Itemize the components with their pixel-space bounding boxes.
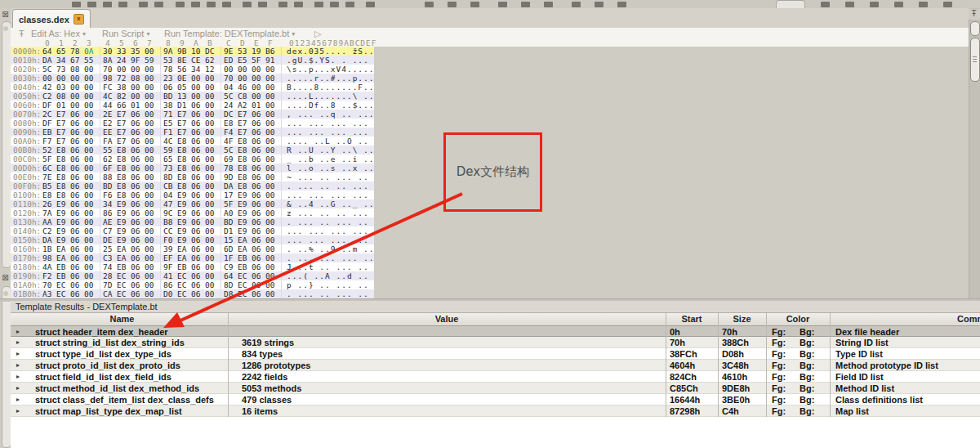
- hex-byte[interactable]: A2: [238, 101, 252, 110]
- hex-byte[interactable]: 9F: [163, 262, 177, 271]
- hex-ascii[interactable]: p ..} .. ... ..: [287, 280, 369, 289]
- hex-ascii[interactable]: \s..p...xV4.....: [287, 65, 374, 74]
- column-header-value[interactable]: Value: [228, 313, 666, 325]
- hex-ascii[interactable]: . ... .. ... ..: [287, 289, 369, 298]
- hex-byte[interactable]: F0: [163, 235, 177, 244]
- hex-byte[interactable]: 5C: [42, 65, 56, 74]
- hex-byte[interactable]: 06: [252, 199, 265, 208]
- hex-byte[interactable]: C9: [224, 262, 238, 271]
- hex-byte[interactable]: 00: [205, 92, 219, 101]
- hex-byte[interactable]: 00: [265, 271, 279, 280]
- hex-byte[interactable]: 70: [224, 74, 238, 83]
- hex-row[interactable]: 00C0h:5FE8060062E8060065E8060069E80600_ …: [11, 155, 374, 164]
- hex-byte[interactable]: 00: [265, 146, 279, 155]
- hex-byte[interactable]: 59: [163, 146, 177, 155]
- hex-byte[interactable]: 7D: [103, 280, 117, 289]
- hex-byte[interactable]: 59: [145, 56, 158, 65]
- hex-byte[interactable]: 00: [84, 280, 98, 289]
- hex-byte[interactable]: 00: [145, 119, 158, 128]
- hex-byte[interactable]: C2: [42, 226, 56, 235]
- hex-byte[interactable]: 38: [117, 83, 131, 92]
- column-header-start[interactable]: Start: [666, 313, 718, 325]
- hex-byte[interactable]: E8: [42, 190, 56, 199]
- collapse-panel-icon[interactable]: ⊠: [1, 10, 10, 19]
- hex-byte[interactable]: 4F: [224, 137, 238, 146]
- hex-byte[interactable]: 5F: [224, 199, 238, 208]
- hex-byte[interactable]: 00: [265, 244, 279, 253]
- hex-byte[interactable]: D8: [224, 289, 238, 298]
- hex-byte[interactable]: 86: [163, 280, 177, 289]
- hex-byte[interactable]: 00: [145, 244, 158, 253]
- hex-byte[interactable]: 06: [70, 253, 84, 262]
- hex-byte[interactable]: 00: [252, 74, 265, 83]
- hex-byte[interactable]: F1: [163, 128, 177, 137]
- hex-byte[interactable]: 00: [84, 164, 98, 172]
- hex-byte[interactable]: E7: [238, 110, 252, 119]
- hex-byte[interactable]: 05: [177, 83, 191, 92]
- hex-byte[interactable]: 00: [145, 235, 158, 244]
- hex-byte[interactable]: 00: [265, 74, 279, 83]
- hex-byte[interactable]: 06: [191, 244, 205, 253]
- hex-byte[interactable]: 06: [70, 172, 84, 181]
- hex-byte[interactable]: 00: [205, 226, 219, 235]
- hex-byte[interactable]: 00: [205, 190, 219, 199]
- hex-byte[interactable]: E7: [56, 110, 70, 119]
- hex-byte[interactable]: 6D: [224, 244, 238, 253]
- hex-byte[interactable]: 00: [205, 155, 219, 164]
- hex-byte[interactable]: EA: [238, 235, 252, 244]
- hex-byte[interactable]: EB: [117, 262, 131, 271]
- hex-row[interactable]: 0130h:AAE90600AEE90600B8E90600BDE90600. …: [11, 217, 374, 226]
- hex-byte[interactable]: 06: [191, 280, 205, 289]
- hex-byte[interactable]: EC: [117, 280, 131, 289]
- hex-byte[interactable]: 06: [131, 280, 145, 289]
- hex-byte[interactable]: 00: [145, 83, 158, 92]
- hex-ascii[interactable]: ... ... ... ...: [287, 119, 369, 128]
- hex-byte[interactable]: 70: [103, 65, 117, 74]
- hex-ascii[interactable]: J ..t .. ... ..: [287, 262, 369, 271]
- hex-byte[interactable]: E2: [103, 119, 117, 128]
- expand-arrow-icon[interactable]: ▸: [16, 326, 20, 338]
- column-header-comment[interactable]: Comment: [957, 313, 980, 325]
- hex-byte[interactable]: 06: [70, 119, 84, 128]
- hex-byte[interactable]: 00: [205, 119, 219, 128]
- template-row[interactable]: ▸struct method_id_list dex_method_ids505…: [11, 383, 980, 394]
- hex-byte[interactable]: 73: [163, 164, 177, 172]
- hex-ascii[interactable]: . ... .. .. ...: [287, 181, 369, 190]
- hex-ascii[interactable]: ....Df..8 ..$...: [287, 101, 374, 110]
- hex-editor-panel[interactable]: 0000h:6465780A303335009A9B10DC9E5319B6de…: [11, 47, 374, 298]
- hex-byte[interactable]: 06: [131, 262, 145, 271]
- hex-byte[interactable]: 62: [103, 155, 117, 164]
- hex-byte[interactable]: 00: [205, 208, 219, 217]
- hex-byte[interactable]: BD: [224, 217, 238, 226]
- hex-byte[interactable]: 04: [163, 190, 177, 199]
- hex-byte[interactable]: E5: [163, 119, 177, 128]
- hex-byte[interactable]: 5F: [42, 155, 56, 164]
- hex-byte[interactable]: 06: [252, 244, 265, 253]
- hex-byte[interactable]: 06: [191, 164, 205, 172]
- hex-byte[interactable]: 46: [238, 83, 252, 92]
- hex-byte[interactable]: EE: [103, 128, 117, 137]
- hex-byte[interactable]: 4A: [42, 262, 56, 271]
- hex-byte[interactable]: 62: [205, 56, 219, 65]
- hex-byte[interactable]: E8: [238, 146, 252, 155]
- hex-byte[interactable]: DA: [42, 56, 56, 65]
- hex-byte[interactable]: 00: [70, 101, 84, 110]
- hex-byte[interactable]: 10: [191, 47, 205, 56]
- hex-byte[interactable]: E8: [117, 146, 131, 155]
- hex-byte[interactable]: 00: [265, 83, 279, 92]
- hex-byte[interactable]: 08: [131, 74, 145, 83]
- hex-byte[interactable]: E7: [56, 119, 70, 128]
- hex-byte[interactable]: 9D: [224, 172, 238, 181]
- hex-byte[interactable]: 00: [205, 101, 219, 110]
- hex-byte[interactable]: 06: [70, 146, 84, 155]
- expand-arrow-icon[interactable]: ▸: [16, 383, 20, 394]
- hex-byte[interactable]: 06: [131, 146, 145, 155]
- hex-ascii[interactable]: .gU.$.YS. . ...: [287, 56, 369, 65]
- hex-byte[interactable]: BD: [103, 181, 117, 190]
- hex-byte[interactable]: 82: [117, 92, 131, 101]
- hex-byte[interactable]: 00: [145, 146, 158, 155]
- hex-byte[interactable]: E7: [117, 128, 131, 137]
- hex-byte[interactable]: DF: [42, 119, 56, 128]
- hex-byte[interactable]: 25: [103, 244, 117, 253]
- hex-byte[interactable]: 5C: [224, 146, 238, 155]
